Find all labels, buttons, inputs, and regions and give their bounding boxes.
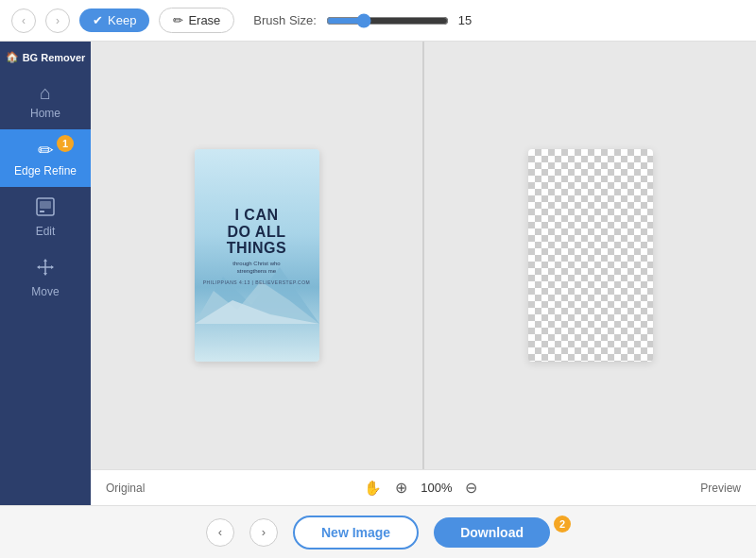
sidebar-label-home: Home xyxy=(30,107,60,120)
action-bar: ‹ › New Image Download 2 xyxy=(0,505,756,558)
canvas-panels: I CAN DO ALL THINGS through Christ whost… xyxy=(91,42,756,469)
image-title-line1: I CAN xyxy=(203,207,310,224)
edge-refine-icon: ✏ xyxy=(38,139,54,161)
prev-arrow-icon: ‹ xyxy=(218,525,222,539)
bottom-toolbar: Original ✋ ⊕ 100% ⊖ Preview xyxy=(91,469,756,505)
next-arrow-icon: › xyxy=(262,525,266,539)
image-subtitle: through Christ whostrengthens me xyxy=(203,260,310,276)
app-logo: 🏠 BG Remover xyxy=(6,51,86,63)
image-ref: PHILIPPIANS 4:13 | BELIEVERSTEP.COM xyxy=(203,279,310,285)
forward-button[interactable]: › xyxy=(45,8,70,33)
preview-image xyxy=(528,149,653,362)
sidebar: 🏠 BG Remover ⌂ Home 1 ✏ Edge Refine Edit xyxy=(0,42,91,505)
image-text-block: I CAN DO ALL THINGS through Christ whost… xyxy=(203,207,310,285)
svg-marker-6 xyxy=(43,273,47,276)
topbar: ‹ › ✔ Keep ✏ Erase Brush Size: 15 xyxy=(0,0,756,42)
move-icon xyxy=(35,257,56,282)
erase-button[interactable]: ✏ Erase xyxy=(159,8,234,33)
brush-size-value: 15 xyxy=(458,13,479,27)
original-label: Original xyxy=(106,482,145,495)
sidebar-label-edit: Edit xyxy=(36,225,56,238)
sidebar-label-edge-refine: Edge Refine xyxy=(14,164,77,178)
edit-icon xyxy=(35,196,56,222)
edge-refine-badge: 1 xyxy=(57,135,74,152)
sidebar-item-home[interactable]: ⌂ Home xyxy=(0,73,91,129)
keep-icon: ✔ xyxy=(93,13,103,27)
zoom-controls: ✋ ⊕ 100% ⊖ xyxy=(145,477,700,499)
prev-arrow-button[interactable]: ‹ xyxy=(206,518,234,547)
image-title-line3: THINGS xyxy=(203,240,310,257)
sidebar-item-edge-refine[interactable]: 1 ✏ Edge Refine xyxy=(0,129,91,187)
keep-button[interactable]: ✔ Keep xyxy=(79,8,149,32)
logo-icon: 🏠 xyxy=(6,51,19,63)
download-badge: 2 xyxy=(554,516,571,533)
image-title-line2: DO ALL xyxy=(203,224,310,241)
preview-panel[interactable] xyxy=(424,42,756,469)
zoom-percent: 100% xyxy=(421,481,452,495)
original-image: I CAN DO ALL THINGS through Christ whost… xyxy=(195,149,319,362)
app-title: BG Remover xyxy=(23,52,86,63)
back-button[interactable]: ‹ xyxy=(11,8,36,33)
sidebar-label-move: Move xyxy=(31,285,59,298)
sidebar-item-edit[interactable]: Edit xyxy=(0,187,91,247)
download-button[interactable]: Download xyxy=(434,517,550,548)
svg-marker-5 xyxy=(43,259,47,262)
erase-icon: ✏ xyxy=(173,13,183,27)
brush-size-label: Brush Size: xyxy=(253,13,316,27)
next-arrow-button[interactable]: › xyxy=(249,518,278,547)
svg-rect-2 xyxy=(40,211,44,212)
brush-size-slider[interactable] xyxy=(326,13,449,28)
new-image-button[interactable]: New Image xyxy=(293,516,419,550)
hand-tool-icon[interactable]: ✋ xyxy=(364,480,382,497)
sidebar-item-move[interactable]: Move xyxy=(0,247,91,308)
main-layout: 🏠 BG Remover ⌂ Home 1 ✏ Edge Refine Edit xyxy=(0,42,756,505)
svg-rect-1 xyxy=(40,201,51,209)
original-panel[interactable]: I CAN DO ALL THINGS through Christ whost… xyxy=(91,42,422,469)
preview-label: Preview xyxy=(700,482,741,495)
svg-marker-7 xyxy=(37,265,40,269)
svg-marker-8 xyxy=(51,265,54,269)
keep-label: Keep xyxy=(108,13,136,27)
erase-label: Erase xyxy=(188,13,220,27)
canvas-area: I CAN DO ALL THINGS through Christ whost… xyxy=(91,42,756,505)
home-icon: ⌂ xyxy=(40,82,51,104)
zoom-in-button[interactable]: ⊕ xyxy=(391,477,411,499)
zoom-out-button[interactable]: ⊖ xyxy=(461,477,481,499)
